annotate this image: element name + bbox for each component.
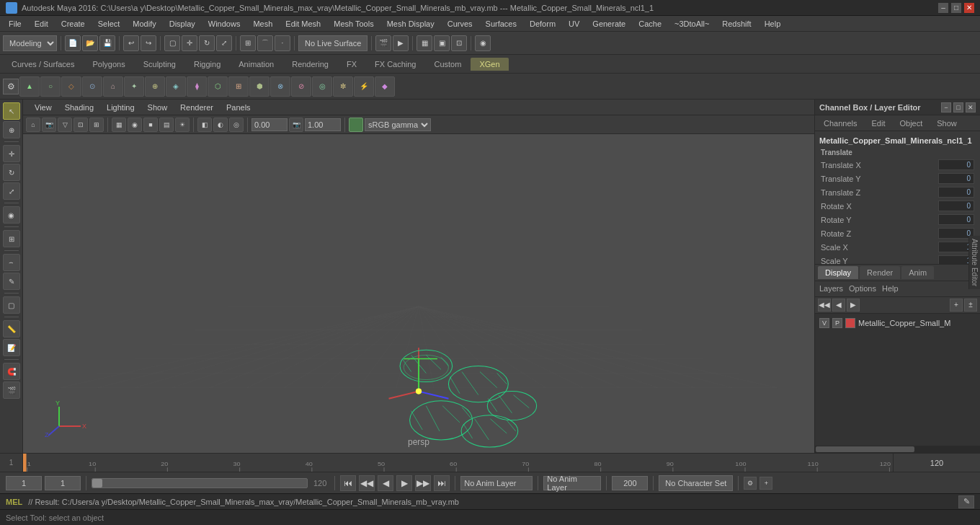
tab-custom[interactable]: Custom xyxy=(426,58,471,71)
minimize-button[interactable]: – xyxy=(938,3,948,13)
select-tool-btn[interactable]: ↖ xyxy=(3,102,20,120)
shelf-icon-5[interactable]: ⌂ xyxy=(103,76,123,97)
tab-polygons[interactable]: Polygons xyxy=(84,58,133,71)
shelf-icon-15[interactable]: ◎ xyxy=(312,76,332,97)
shelf-icon-13[interactable]: ⊗ xyxy=(270,76,290,97)
channel-tab-edit[interactable]: Edit xyxy=(865,118,891,129)
shelf-icon-10[interactable]: ⬡ xyxy=(208,76,228,97)
vp-show-menu[interactable]: Show xyxy=(142,102,174,113)
layers-tab-help[interactable]: Help xyxy=(882,284,899,293)
snap-point-btn[interactable]: · xyxy=(275,35,290,51)
vp-dof-btn[interactable]: ◎ xyxy=(229,118,244,132)
snap-btn[interactable]: 🧲 xyxy=(3,363,20,380)
shelf-icon-3[interactable]: ◇ xyxy=(61,76,81,97)
ipr-btn[interactable]: ▶ xyxy=(393,35,409,51)
menu-file[interactable]: File xyxy=(3,18,27,30)
layer-visible-btn[interactable]: V xyxy=(819,318,829,328)
play-beginning-btn[interactable]: ⏮ xyxy=(340,475,356,491)
channel-tab-object[interactable]: Object xyxy=(894,118,928,129)
headup-btn[interactable]: ◉ xyxy=(475,35,491,51)
script-editor-btn[interactable]: ✎ xyxy=(958,495,974,508)
vp-frame-all-btn[interactable]: ⊡ xyxy=(74,118,88,132)
shelf-gear-icon[interactable]: ⚙ xyxy=(3,79,19,94)
layout-btn-1[interactable]: ▦ xyxy=(416,35,432,51)
timeline-scrubber[interactable] xyxy=(92,478,308,488)
attribute-editor-side-label[interactable]: Attribute Editor xyxy=(968,236,980,289)
vp-light-btn[interactable]: ☀ xyxy=(175,118,190,132)
menu-curves[interactable]: Curves xyxy=(442,18,478,30)
menu-help[interactable]: Help xyxy=(759,18,787,30)
move-btn[interactable]: ✛ xyxy=(182,35,197,51)
layout-btn-3[interactable]: ⊡ xyxy=(451,35,467,51)
menu-cache[interactable]: Cache xyxy=(633,18,667,30)
vp-ao-btn[interactable]: ◐ xyxy=(213,118,228,132)
rotate-x-value[interactable]: 0 xyxy=(938,200,974,211)
menu-3dto[interactable]: ~3DtoAll~ xyxy=(669,18,715,30)
shelf-icon-14[interactable]: ⊘ xyxy=(291,76,311,97)
char-set-add-btn[interactable]: + xyxy=(760,477,772,490)
vp-shading-menu[interactable]: Shading xyxy=(59,102,99,113)
layer-color-swatch[interactable] xyxy=(845,318,855,328)
tab-curves-surfaces[interactable]: Curves / Surfaces xyxy=(3,58,83,71)
layers-tab-layers[interactable]: Layers xyxy=(819,284,843,293)
panel-minimize-btn[interactable]: − xyxy=(941,102,951,112)
layers-add-btn[interactable]: + xyxy=(950,299,963,312)
tab-rendering[interactable]: Rendering xyxy=(283,58,337,71)
tab-animation[interactable]: Animation xyxy=(230,58,282,71)
menu-display[interactable]: Display xyxy=(164,18,201,30)
render-region-btn[interactable]: 🎬 xyxy=(3,381,20,399)
vp-color-swatch[interactable] xyxy=(349,118,363,132)
tab-fx[interactable]: FX xyxy=(338,58,365,71)
tab-xgen[interactable]: XGen xyxy=(471,58,508,71)
panel-maximize-btn[interactable]: □ xyxy=(953,102,963,112)
layers-add-anim-btn[interactable]: ± xyxy=(964,299,977,312)
measure-btn[interactable]: 📏 xyxy=(3,320,20,338)
shelf-icon-8[interactable]: ◈ xyxy=(166,76,186,97)
layer-playback-btn[interactable]: P xyxy=(832,318,842,328)
translate-z-value[interactable]: 0 xyxy=(938,187,974,198)
vp-panels-menu[interactable]: Panels xyxy=(220,102,257,113)
rotate-tool-btn[interactable]: ↻ xyxy=(3,164,20,181)
close-button[interactable]: ✕ xyxy=(964,3,974,13)
new-scene-btn[interactable]: 📄 xyxy=(65,35,81,51)
shelf-icon-6[interactable]: ✦ xyxy=(124,76,144,97)
frame-input-2[interactable] xyxy=(45,476,81,490)
vp-textured-btn[interactable]: ▤ xyxy=(159,118,174,132)
channel-tab-channels[interactable]: Channels xyxy=(818,118,863,129)
snap-grid-btn[interactable]: ⊞ xyxy=(240,35,256,51)
menu-windows[interactable]: Windows xyxy=(202,18,246,30)
shelf-icon-2[interactable]: ○ xyxy=(40,76,61,97)
shelf-icon-18[interactable]: ◆ xyxy=(375,76,395,97)
shelf-icon-16[interactable]: ✼ xyxy=(333,76,353,97)
display-tab-anim[interactable]: Anim xyxy=(901,266,934,279)
shelf-icon-9[interactable]: ⧫ xyxy=(187,76,207,97)
menu-select[interactable]: Select xyxy=(92,18,126,30)
fps-input[interactable] xyxy=(612,476,648,490)
prev-frame-btn[interactable]: ◀ xyxy=(378,475,393,491)
vp-cam-value-1[interactable] xyxy=(305,118,341,131)
show-manip-btn[interactable]: ⊞ xyxy=(3,230,20,247)
soft-mod-btn[interactable]: ◉ xyxy=(3,206,20,224)
menu-mesh-display[interactable]: Mesh Display xyxy=(381,18,440,30)
redo-btn[interactable]: ↪ xyxy=(141,35,156,51)
vp-lighting-menu[interactable]: Lighting xyxy=(101,102,141,113)
paint-select-btn[interactable]: ⊕ xyxy=(3,121,20,138)
move-tool-btn[interactable]: ✛ xyxy=(3,145,20,162)
tab-rigging[interactable]: Rigging xyxy=(185,58,229,71)
char-set-settings-btn[interactable]: ⚙ xyxy=(744,477,757,490)
menu-edit[interactable]: Edit xyxy=(29,18,54,30)
snap-curve-btn[interactable]: ⌒ xyxy=(257,35,273,51)
anim-layer-input[interactable] xyxy=(460,476,533,490)
rotate-btn[interactable]: ↻ xyxy=(199,35,215,51)
vp-home-btn[interactable]: ⌂ xyxy=(26,118,40,132)
menu-surfaces[interactable]: Surfaces xyxy=(480,18,522,30)
scale-btn[interactable]: ⤢ xyxy=(216,35,232,51)
menu-deform[interactable]: Deform xyxy=(524,18,561,30)
layers-prev-btn[interactable]: ◀ xyxy=(832,299,845,312)
timeline-ruler[interactable]: 1 10 20 30 40 50 60 70 80 xyxy=(23,454,894,472)
lasso-btn[interactable]: ⌢ xyxy=(3,254,20,271)
select-btn[interactable]: ▢ xyxy=(164,35,180,51)
vp-frame-sel-btn[interactable]: ⊞ xyxy=(89,118,104,132)
display-tab-render[interactable]: Render xyxy=(860,266,900,279)
shelf-icon-17[interactable]: ⚡ xyxy=(354,76,374,97)
